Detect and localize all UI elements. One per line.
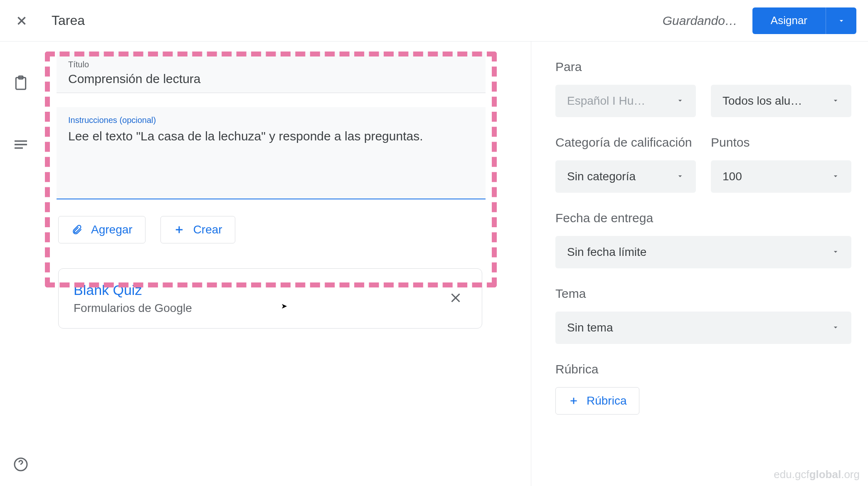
due-date-select[interactable]: Sin fecha límite — [555, 236, 851, 268]
class-select[interactable]: Español I Hu… — [555, 85, 696, 117]
due-date-value: Sin fecha límite — [567, 245, 831, 259]
title-input[interactable] — [68, 72, 474, 86]
create-button-label: Crear — [193, 223, 222, 236]
caret-down-icon — [831, 96, 840, 105]
attachment-title: Blank Quiz — [74, 282, 444, 298]
topic-label: Tema — [555, 287, 851, 301]
assign-dropdown-button[interactable] — [826, 7, 856, 34]
caret-down-icon — [831, 248, 840, 256]
rubric-button-label: Rúbrica — [587, 394, 626, 407]
help-button[interactable] — [12, 456, 29, 474]
for-label: Para — [555, 60, 851, 74]
caret-down-icon — [837, 17, 846, 25]
points-select[interactable]: 100 — [711, 160, 851, 193]
points-select-value: 100 — [723, 170, 831, 183]
category-select[interactable]: Sin categoría — [555, 160, 696, 193]
create-button[interactable]: Crear — [160, 216, 235, 243]
students-select-value: Todos los alu… — [723, 94, 831, 108]
caret-down-icon — [676, 172, 684, 180]
close-button[interactable] — [12, 11, 32, 31]
attachment-remove-button[interactable] — [444, 287, 467, 311]
caret-down-icon — [831, 172, 840, 180]
topic-value: Sin tema — [567, 321, 831, 334]
caret-down-icon — [831, 323, 840, 331]
assign-button[interactable]: Asignar — [752, 7, 826, 34]
caret-down-icon — [676, 96, 684, 105]
topic-select[interactable]: Sin tema — [555, 312, 851, 344]
close-icon — [15, 14, 29, 28]
mouse-cursor: ➤ — [281, 302, 287, 311]
rubric-button[interactable]: Rúbrica — [555, 387, 639, 415]
title-label: Título — [68, 60, 474, 69]
plus-icon — [173, 224, 185, 236]
points-label: Puntos — [711, 135, 851, 150]
help-icon — [12, 456, 29, 473]
instructions-input[interactable]: Lee el texto "La casa de la lechuza" y r… — [68, 128, 474, 145]
instructions-field-container: Instrucciones (opcional) Lee el texto "L… — [57, 107, 486, 199]
category-label: Categoría de calificación — [555, 135, 696, 150]
watermark: edu.gcfglobal.org — [774, 468, 860, 481]
rubric-label: Rúbrica — [555, 362, 851, 376]
saving-status: Guardando… — [663, 14, 737, 28]
close-icon — [448, 290, 464, 306]
add-button[interactable]: Agregar — [58, 216, 145, 243]
assignment-icon — [12, 74, 30, 92]
attach-icon — [71, 224, 83, 236]
page-title: Tarea — [52, 13, 85, 28]
attachment-subtitle: Formularios de Google — [74, 302, 444, 315]
class-select-value: Español I Hu… — [567, 94, 676, 108]
plus-icon — [568, 395, 579, 406]
text-format-icon — [12, 135, 30, 154]
title-field-container: Título — [57, 52, 486, 93]
category-select-value: Sin categoría — [567, 170, 676, 183]
add-button-label: Agregar — [91, 223, 133, 236]
attachment-card[interactable]: Blank Quiz Formularios de Google — [58, 268, 482, 329]
students-select[interactable]: Todos los alu… — [711, 85, 851, 117]
instructions-label: Instrucciones (opcional) — [68, 115, 474, 125]
due-label: Fecha de entrega — [555, 211, 851, 225]
